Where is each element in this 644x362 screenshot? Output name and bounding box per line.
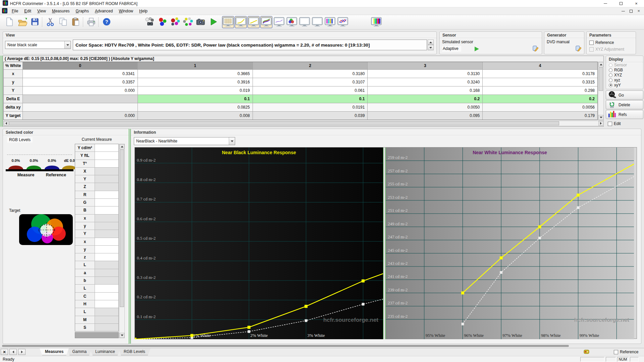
table-cell[interactable]: 0.3107 <box>253 78 368 86</box>
table-cell[interactable]: 0.3315 <box>483 78 597 86</box>
go-button[interactable]: Go <box>606 90 643 100</box>
toolbar-measure-saturations-button[interactable] <box>169 16 181 28</box>
display-radio-xyz[interactable]: XYZ <box>609 73 643 77</box>
measure-row-value[interactable] <box>95 230 118 237</box>
table-cell[interactable]: 0.168 <box>368 86 482 95</box>
toolbar-view-luminance-chart-button[interactable] <box>248 16 260 28</box>
table-cell[interactable]: 0.3665 <box>138 70 253 78</box>
table-cell[interactable]: 0.0191 <box>253 103 368 111</box>
toolbar-view-rgb-levels-chart-button[interactable] <box>260 16 272 28</box>
scroll-left-icon[interactable] <box>4 121 9 126</box>
measure-row-value[interactable] <box>95 316 118 323</box>
toolbar-capture-screenshot-button[interactable] <box>195 16 207 28</box>
table-cell[interactable]: 0.000 <box>23 86 138 95</box>
table-cell[interactable]: 0.0056 <box>483 103 597 111</box>
table-cell[interactable]: 0.061 <box>253 86 368 95</box>
table-cell[interactable]: 0.3357 <box>23 78 138 86</box>
near-black-chart[interactable]: 0.1 cd m-20.2 cd m-20.3 cd m-20.4 cd m-2… <box>135 147 383 339</box>
minimize-button[interactable] <box>598 0 613 7</box>
sensor-config-icon[interactable] <box>532 45 539 53</box>
measure-row-value[interactable] <box>95 253 118 261</box>
near-white-chart[interactable]: 235 cd m-2237 cd m-2239 cd m-2241 cd m-2… <box>386 147 634 339</box>
tab-gamma[interactable]: Gamma <box>67 348 92 355</box>
table-cell[interactable]: 0.008 <box>138 112 253 120</box>
measure-row-value[interactable] <box>95 183 118 190</box>
toolbar-copy-button[interactable] <box>57 16 69 28</box>
scroll-right-icon[interactable] <box>598 121 603 126</box>
table-corner-header[interactable]: % White <box>4 62 22 69</box>
table-cell[interactable]: 0.3178 <box>483 70 597 78</box>
scroll-up-icon[interactable] <box>119 144 124 149</box>
mdi-minimize-icon[interactable] <box>622 11 625 11</box>
table-cell[interactable]: 0.3180 <box>253 70 368 78</box>
toolbar-measure-primaries-button[interactable] <box>156 16 168 28</box>
generator-config-icon[interactable] <box>575 45 582 53</box>
measure-row-value[interactable] <box>95 160 118 167</box>
table-horizontal-scrollbar[interactable] <box>3 121 604 126</box>
column-header-0[interactable]: 0 <box>23 62 138 69</box>
toolbar-view-multi-chart-button[interactable] <box>337 16 349 28</box>
table-cell[interactable]: 0.3341 <box>23 70 138 78</box>
scroll-thumb[interactable] <box>599 67 603 91</box>
column-header-2[interactable]: 2 <box>253 62 368 69</box>
measure-row-value[interactable] <box>95 261 118 268</box>
toolbar-open-file-button[interactable] <box>16 16 28 28</box>
table-cell[interactable]: 0.1 <box>253 95 368 103</box>
toolbar-cut-button[interactable] <box>44 16 56 28</box>
tab-measures[interactable]: Measures <box>40 348 69 355</box>
measure-row-value[interactable] <box>95 215 118 222</box>
toolbar-view-color-bars-button[interactable] <box>324 16 336 28</box>
splitter-handle[interactable] <box>1 56 2 127</box>
measure-row-value[interactable] <box>95 293 118 300</box>
spinner-up-button[interactable] <box>428 40 434 45</box>
toolbar-view-blank-screen-2-button[interactable] <box>311 16 323 28</box>
table-cell[interactable] <box>23 103 138 111</box>
reference-display-checkbox[interactable]: Reference <box>614 350 638 354</box>
measure-row-value[interactable] <box>95 222 118 230</box>
toolbar-new-document-button[interactable] <box>3 16 15 28</box>
table-cell[interactable]: 0.2 <box>483 95 597 103</box>
measure-row-value[interactable] <box>95 175 118 183</box>
display-radio-rgb[interactable]: RGB <box>609 68 643 72</box>
mdi-restore-icon[interactable] <box>630 10 633 13</box>
menu-file[interactable]: File <box>9 8 21 14</box>
table-cell[interactable]: 0.039 <box>253 112 368 120</box>
table-cell[interactable]: 0.095 <box>368 112 482 120</box>
display-radio-xyz[interactable]: xyz <box>609 78 643 82</box>
table-cell[interactable]: 0.0050 <box>368 103 482 111</box>
maximize-button[interactable] <box>613 0 629 7</box>
display-radio-xyy[interactable]: xyY <box>609 83 643 87</box>
target-cie-thumbnail[interactable] <box>19 214 73 246</box>
edit-checkbox[interactable]: Edit <box>608 121 621 126</box>
measure-scrollbar[interactable] <box>119 144 125 338</box>
tab-close-button[interactable]: ✕ <box>1 349 8 355</box>
table-cell[interactable]: 0.3240 <box>368 78 482 86</box>
measure-row-value[interactable] <box>95 168 118 175</box>
measure-row-value[interactable] <box>95 246 118 253</box>
scale-selector-dropdown[interactable]: Near black scale <box>5 41 71 49</box>
table-cell[interactable]: 0.3130 <box>368 70 482 78</box>
tab-rgb-levels[interactable]: RGB Levels <box>118 348 151 355</box>
measure-row-value[interactable] <box>95 144 118 152</box>
toolbar-view-test-pattern-button[interactable] <box>370 16 382 28</box>
toolbar-save-file-button[interactable] <box>29 16 41 28</box>
table-cell[interactable]: 0.3916 <box>138 78 253 86</box>
toolbar-view-line-chart-button[interactable] <box>273 16 285 28</box>
menu-edit[interactable]: Edit <box>21 8 34 14</box>
information-selector-dropdown[interactable]: NearBlack - NearWhite <box>134 137 235 145</box>
sensor-play-icon[interactable] <box>475 47 479 51</box>
menu-measures[interactable]: Measures <box>49 8 73 14</box>
table-cell[interactable]: 0.0825 <box>138 103 253 111</box>
scroll-down-icon[interactable] <box>119 333 124 338</box>
menu-window[interactable]: Window <box>116 8 136 14</box>
toolbar-run-measures-button[interactable] <box>207 16 219 28</box>
toolbar-measure-free-button[interactable] <box>182 16 194 28</box>
toolbar-measure-grayscale-button[interactable] <box>144 16 156 28</box>
menu-view[interactable]: View <box>34 8 49 14</box>
toolbar-paste-button[interactable] <box>70 16 82 28</box>
measure-row-value[interactable] <box>95 308 118 315</box>
measure-row-value[interactable] <box>95 285 118 292</box>
table-cell[interactable]: 0.298 <box>483 86 597 95</box>
measure-row-value[interactable] <box>95 238 118 245</box>
table-cell[interactable]: 0.019 <box>138 86 253 95</box>
